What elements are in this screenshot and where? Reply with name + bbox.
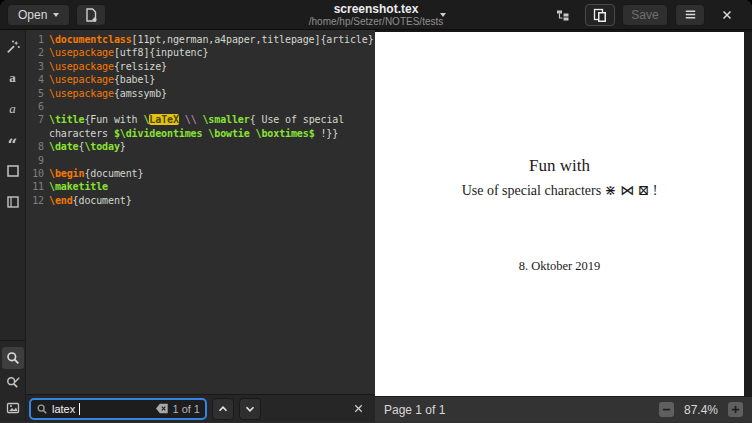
search-input-icon <box>36 403 48 415</box>
code-line[interactable]: 5\usepackage{amssymb} <box>28 87 375 100</box>
line-number: 5 <box>28 87 44 100</box>
magic-wand-icon <box>5 39 21 55</box>
save-button[interactable]: Save <box>622 4 668 26</box>
editor-pane: a a “ <box>0 30 375 422</box>
chevron-up-icon <box>216 402 230 416</box>
window-close-button[interactable] <box>712 4 742 26</box>
preview-status-bar: Page 1 of 1 87.4% <box>375 396 752 422</box>
text-symbols-button[interactable]: a <box>2 67 24 89</box>
italic-symbols-button[interactable]: a <box>2 98 24 120</box>
search-query-text: latex <box>52 403 75 415</box>
preview-scrollbar[interactable] <box>744 32 752 396</box>
previous-match-button[interactable] <box>212 398 234 420</box>
search-icon <box>5 350 21 366</box>
preview-pages-icon <box>592 7 608 23</box>
document-title-block[interactable]: screenshot.tex /home/hp/Setzer/NOTES/tes… <box>309 2 444 27</box>
wizard-button[interactable] <box>2 36 24 58</box>
preview-pane: Fun with Use of special characters ⋇ ⋈ ⊠… <box>375 30 752 422</box>
box-symbols-button[interactable] <box>2 160 24 182</box>
code-line[interactable]: 12\end{document} <box>28 194 375 207</box>
line-number: 11 <box>28 180 44 193</box>
image-panel-button[interactable] <box>2 397 24 419</box>
image-icon <box>5 400 21 416</box>
save-button-label: Save <box>631 8 658 22</box>
code-line[interactable]: 2\usepackage[utf8]{inputenc} <box>28 46 375 59</box>
quotes-symbols-button[interactable]: “ <box>2 129 24 151</box>
code-line[interactable]: 7\title{Fun with \LaTeX \\ \smaller{ Use… <box>28 113 375 140</box>
pdf-document-title: Fun with <box>375 156 744 176</box>
line-number: 1 <box>28 33 44 46</box>
minus-icon <box>661 404 672 415</box>
clear-search-icon[interactable] <box>155 402 169 415</box>
pdf-document-date: 8. Oktober 2019 <box>375 259 744 274</box>
new-document-button[interactable] <box>76 4 106 26</box>
code-line-text: \usepackage{babel} <box>49 73 375 86</box>
hamburger-menu-icon <box>683 7 698 22</box>
line-number: 4 <box>28 73 44 86</box>
zoom-out-button[interactable] <box>659 402 674 417</box>
line-number: 9 <box>28 154 44 167</box>
line-number: 8 <box>28 140 44 153</box>
code-line-text: \usepackage{amssymb} <box>49 87 375 100</box>
chevron-down-icon <box>53 13 59 17</box>
close-icon <box>720 8 734 22</box>
code-line[interactable]: 9 <box>28 154 375 167</box>
open-button-label: Open <box>18 8 47 22</box>
code-line[interactable]: 4\usepackage{babel} <box>28 73 375 86</box>
match-count-group: 1 of 1 <box>155 402 200 415</box>
zoom-in-button[interactable] <box>728 402 743 417</box>
frame-symbols-button[interactable] <box>2 191 24 213</box>
header-right-group: Save <box>548 4 752 26</box>
plus-icon <box>730 404 741 415</box>
find-bar: latex 1 of 1 <box>26 394 375 422</box>
code-line-text: \documentclass[11pt,ngerman,a4paper,titl… <box>49 33 375 46</box>
code-line-text: \end{document} <box>49 194 375 207</box>
find-replace-button[interactable] <box>2 372 24 394</box>
code-line-text: \begin{document} <box>49 167 375 180</box>
find-replace-icon <box>5 375 21 391</box>
sidebar-separator <box>0 340 26 341</box>
sidebar: a a “ <box>0 30 26 422</box>
preview-toggle-button[interactable] <box>585 4 615 26</box>
page-indicator: Page 1 of 1 <box>384 403 445 417</box>
title-menu-caret-icon[interactable] <box>440 13 446 17</box>
zoom-controls: 87.4% <box>659 402 743 417</box>
line-number: 3 <box>28 60 44 73</box>
code-line[interactable]: 1\documentclass[11pt,ngerman,a4paper,tit… <box>28 33 375 46</box>
code-line-text: \maketitle <box>49 180 375 193</box>
quotes-icon: “ <box>8 142 18 148</box>
find-bar-close-button[interactable] <box>349 400 367 418</box>
open-button[interactable]: Open <box>7 4 70 26</box>
bold-a-icon: a <box>9 70 16 86</box>
code-line[interactable]: 11\maketitle <box>28 180 375 193</box>
line-number: 2 <box>28 46 44 59</box>
pdf-document-subtitle: Use of special characters ⋇ ⋈ ⊠ ! <box>375 182 744 199</box>
code-line[interactable]: 8\date{\today} <box>28 140 375 153</box>
code-line-text: \date{\today} <box>49 140 375 153</box>
pdf-page[interactable]: Fun with Use of special characters ⋇ ⋈ ⊠… <box>375 32 744 396</box>
search-input[interactable]: latex 1 of 1 <box>29 398 207 420</box>
structure-tree-icon <box>555 7 571 23</box>
search-toggle-button[interactable] <box>2 347 24 369</box>
code-line[interactable]: 10\begin{document} <box>28 167 375 180</box>
next-match-button[interactable] <box>239 398 261 420</box>
code-line[interactable]: 6 <box>28 100 375 113</box>
line-number: 12 <box>28 194 44 207</box>
main-menu-button[interactable] <box>675 4 705 26</box>
code-line[interactable]: 3\usepackage{relsize} <box>28 60 375 73</box>
document-structure-button[interactable] <box>548 4 578 26</box>
framed-box-icon <box>5 194 21 210</box>
code-line-text: \usepackage[utf8]{inputenc} <box>49 46 375 59</box>
close-icon <box>352 402 365 415</box>
header-left-group: Open <box>0 4 106 26</box>
main-body: a a “ <box>0 30 752 422</box>
zoom-level-label: 87.4% <box>684 403 718 417</box>
document-title: screenshot.tex <box>309 2 444 16</box>
app-window: Open screenshot.tex /home/hp/Setzer/NOTE… <box>0 0 752 423</box>
code-line-text <box>49 154 375 167</box>
code-line-text: \title{Fun with \LaTeX \\ \smaller{ Use … <box>49 113 375 140</box>
chevron-down-icon <box>243 402 257 416</box>
line-number: 7 <box>28 113 44 140</box>
header-bar: Open screenshot.tex /home/hp/Setzer/NOTE… <box>0 0 752 30</box>
code-area[interactable]: 1\documentclass[11pt,ngerman,a4paper,tit… <box>26 30 375 394</box>
